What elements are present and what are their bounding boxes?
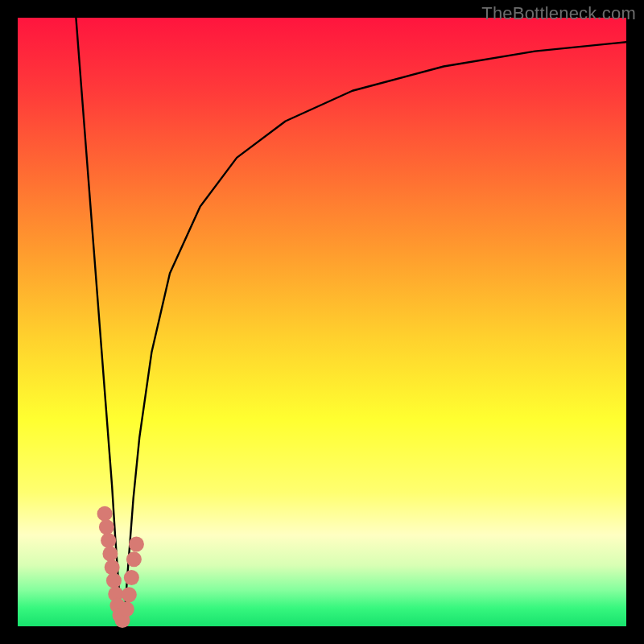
marker-dot bbox=[97, 506, 113, 522]
marker-dot bbox=[105, 559, 120, 575]
marker-dot bbox=[102, 547, 118, 562]
chart-frame: TheBottleneck.com bbox=[0, 0, 644, 644]
watermark-text: TheBottleneck.com bbox=[481, 3, 636, 24]
marker-dots bbox=[97, 506, 144, 628]
marker-dot bbox=[122, 587, 137, 602]
marker-dot bbox=[99, 519, 114, 535]
marker-dot bbox=[101, 533, 116, 548]
plot-area bbox=[18, 18, 626, 626]
curve-right-branch bbox=[124, 42, 626, 620]
chart-svg bbox=[18, 18, 626, 626]
marker-dot bbox=[126, 551, 142, 567]
curve-left-branch bbox=[76, 11, 122, 620]
marker-dot bbox=[124, 570, 139, 585]
marker-dot bbox=[106, 573, 122, 588]
marker-dot bbox=[119, 601, 134, 617]
marker-dot bbox=[129, 536, 144, 551]
